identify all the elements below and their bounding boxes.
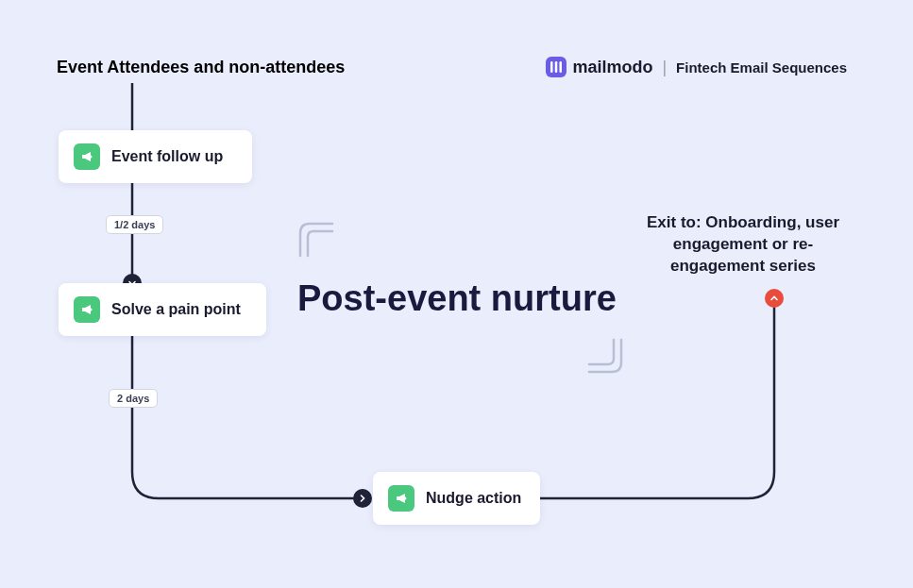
megaphone-icon	[74, 143, 100, 170]
brand-block: mailmodo | Fintech Email Sequences	[546, 57, 847, 77]
svg-point-5	[404, 497, 407, 500]
step-solve-pain-point: Solve a pain point	[59, 283, 266, 336]
megaphone-icon	[74, 296, 100, 323]
diagram-title: Post-event nurture	[297, 278, 617, 319]
svg-point-4	[90, 309, 93, 311]
brand-logo-icon	[546, 57, 566, 77]
exit-label: Exit to: Onboarding, user engagement or …	[639, 212, 847, 277]
delay-pill-1: 1/2 days	[106, 215, 163, 234]
step-event-follow-up: Event follow up	[59, 130, 252, 183]
brand-name: mailmodo	[572, 58, 652, 77]
brand-separator: |	[662, 58, 667, 77]
entry-label: Event Attendees and non-attendees	[57, 58, 345, 77]
header: Event Attendees and non-attendees mailmo…	[57, 57, 847, 77]
step-label: Event follow up	[111, 148, 223, 165]
chevron-right-icon	[353, 489, 372, 508]
svg-rect-2	[560, 61, 563, 73]
step-label: Solve a pain point	[111, 301, 241, 318]
corner-decoration-icon	[585, 338, 631, 383]
delay-pill-2: 2 days	[109, 389, 158, 408]
chevron-up-icon	[765, 289, 784, 308]
step-label: Nudge action	[426, 490, 521, 507]
corner-decoration-icon	[291, 212, 336, 258]
step-nudge-action: Nudge action	[373, 472, 540, 525]
svg-rect-1	[555, 61, 558, 73]
svg-rect-0	[550, 61, 553, 73]
brand-subtitle: Fintech Email Sequences	[676, 59, 847, 76]
megaphone-icon	[388, 485, 414, 512]
svg-point-3	[90, 156, 93, 159]
